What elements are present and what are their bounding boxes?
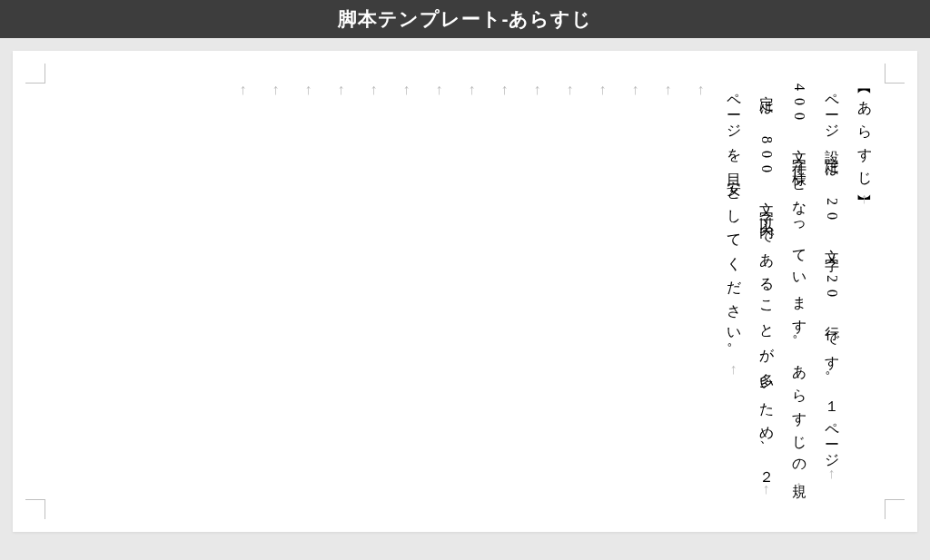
empty-line[interactable]: ← (661, 84, 676, 499)
paragraph-mark-icon: ← (498, 84, 513, 98)
empty-line[interactable]: ← (596, 84, 610, 499)
empty-line[interactable]: ← (628, 84, 643, 499)
paragraph-mark-icon: ← (825, 467, 840, 482)
empty-line[interactable]: ← (236, 84, 251, 499)
empty-line[interactable]: ← (367, 84, 381, 499)
line-text: ページ設定は 20 文字×20 行です。１ページ (825, 84, 840, 467)
paragraph-mark-icon: ← (661, 84, 677, 98)
crop-mark-tr (885, 64, 905, 84)
empty-line[interactable]: ← (269, 84, 283, 499)
paragraph-mark-icon: ← (694, 84, 709, 98)
empty-line[interactable]: ← (432, 84, 447, 499)
text-area[interactable]: 【あらすじ】←ページ設定は 20 文字×20 行です。１ページ←400 文字仕様… (58, 84, 872, 499)
line-text: 定は 800 文字以内であることが多いため、２ (759, 84, 775, 483)
paragraph-mark-icon: ← (236, 84, 252, 98)
text-line[interactable]: 定は 800 文字以内であることが多いため、２← (759, 84, 774, 499)
empty-line[interactable]: ← (465, 84, 480, 499)
app-header: 脚本テンプレート-あらすじ (0, 0, 930, 38)
line-text: 【あらすじ】 (857, 84, 873, 192)
crop-mark-bl (25, 499, 45, 519)
crop-mark-tl (25, 64, 45, 84)
header-title: 脚本テンプレート-あらすじ (338, 6, 593, 32)
paragraph-mark-icon: ← (727, 363, 742, 378)
document-canvas: 【あらすじ】←ページ設定は 20 文字×20 行です。１ページ←400 文字仕様… (0, 38, 930, 560)
text-line[interactable]: 400 文字仕様となっています。あらすじの規← (792, 84, 806, 499)
paragraph-mark-icon: ← (759, 483, 775, 497)
crop-mark-br (885, 499, 905, 519)
paragraph-mark-icon: ← (367, 84, 382, 98)
paragraph-mark-icon: ← (432, 84, 448, 98)
paragraph-mark-icon: ← (596, 84, 611, 98)
empty-line[interactable]: ← (530, 84, 545, 499)
paragraph-mark-icon: ← (334, 84, 350, 98)
paragraph-mark-icon: ← (400, 84, 415, 98)
empty-line[interactable]: ← (400, 84, 414, 499)
line-text: ページを目安としてください。 (727, 84, 742, 363)
paragraph-mark-icon: ← (465, 84, 480, 98)
line-text: 400 文字仕様となっています。あらすじの規 (792, 84, 807, 480)
paragraph-mark-icon: ← (792, 480, 807, 495)
paragraph-mark-icon: ← (530, 84, 546, 98)
empty-line[interactable]: ← (563, 84, 578, 499)
paragraph-mark-icon: ← (563, 84, 579, 98)
text-line[interactable]: 【あらすじ】← (857, 84, 872, 499)
text-line[interactable]: ページ設定は 20 文字×20 行です。１ページ← (825, 84, 839, 499)
paragraph-mark-icon: ← (857, 192, 873, 207)
paragraph-mark-icon: ← (302, 84, 317, 98)
empty-line[interactable]: ← (694, 84, 708, 499)
empty-line[interactable]: ← (498, 84, 512, 499)
text-line[interactable]: ページを目安としてください。← (727, 84, 741, 499)
empty-line[interactable]: ← (334, 84, 349, 499)
document-page[interactable]: 【あらすじ】←ページ設定は 20 文字×20 行です。１ページ←400 文字仕様… (13, 51, 917, 532)
empty-line[interactable]: ← (302, 84, 316, 499)
paragraph-mark-icon: ← (628, 84, 644, 98)
paragraph-mark-icon: ← (269, 84, 284, 98)
